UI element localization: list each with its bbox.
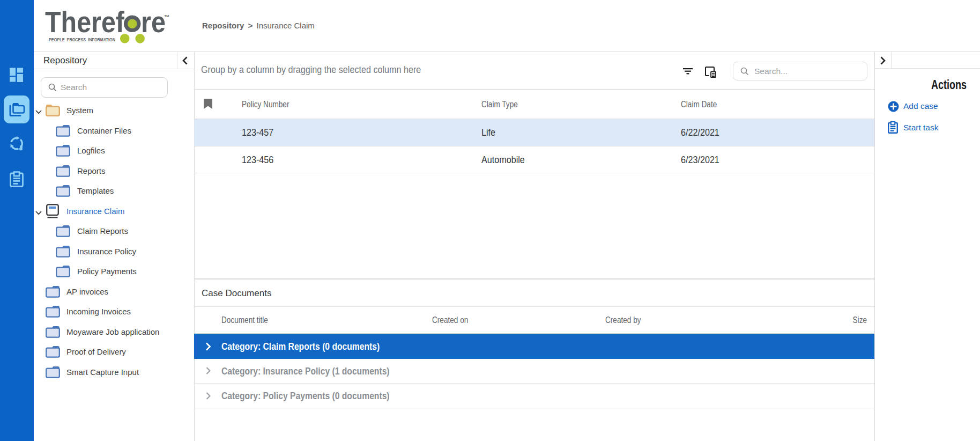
svg-text:PEOPLE PROCESS INFORMATION: PEOPLE PROCESS INFORMATION (49, 37, 115, 42)
svg-text:TM: TM (165, 14, 169, 18)
svg-text:re: re (141, 5, 166, 39)
svg-text:Theref: Theref (45, 5, 124, 39)
